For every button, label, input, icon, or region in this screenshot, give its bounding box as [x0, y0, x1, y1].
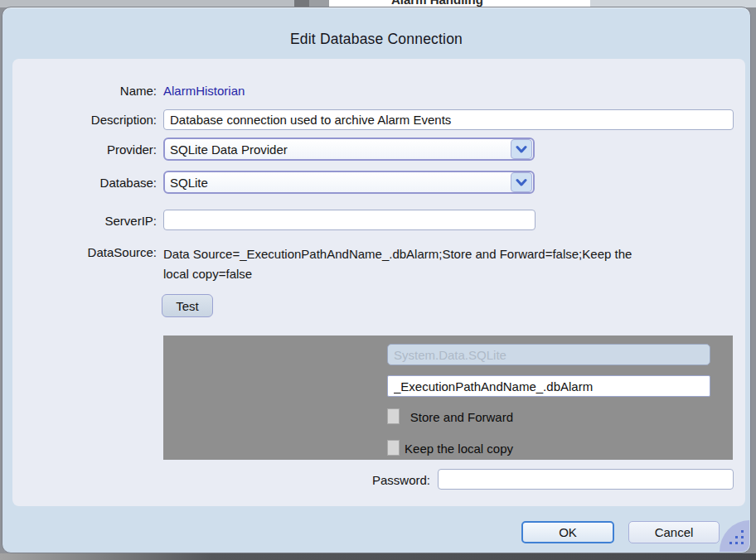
- data-source-label: DataSource:: [88, 245, 157, 259]
- description-input[interactable]: [163, 109, 734, 130]
- resize-grip-icon[interactable]: [720, 520, 749, 552]
- database-label: Database:: [100, 176, 157, 190]
- data-source-value: Data Source=_ExecutionPathAndName_.dbAla…: [163, 244, 648, 284]
- panel-provider-input: [387, 344, 710, 365]
- password-label: Password:: [372, 473, 430, 487]
- background-tab-label: Alarm Handling: [391, 0, 483, 7]
- background-window-bottom-edge: [0, 553, 756, 560]
- connection-settings-panel: Provider Data Source Store and Forward K…: [163, 336, 733, 460]
- cancel-button[interactable]: Cancel: [628, 521, 720, 543]
- dialog-title: Edit Database Connection: [2, 31, 750, 48]
- database-dropdown[interactable]: SQLite: [163, 171, 535, 194]
- database-dropdown-value: SQLite: [165, 176, 510, 190]
- description-label: Description:: [91, 113, 157, 127]
- name-value: AlarmHistorian: [163, 84, 245, 98]
- keep-local-copy-checkbox[interactable]: [387, 440, 400, 456]
- panel-data-source-input[interactable]: [387, 375, 710, 397]
- server-ip-label: ServerIP:: [104, 214, 157, 228]
- screen: Alarm Handling Edit Database Connection …: [0, 0, 756, 560]
- provider-dropdown[interactable]: SQLite Data Provider: [163, 138, 535, 161]
- password-input[interactable]: [438, 469, 734, 490]
- provider-label: Provider:: [107, 142, 157, 157]
- keep-local-copy-label: Keep the local copy: [405, 442, 513, 456]
- test-button[interactable]: Test: [162, 294, 213, 317]
- ok-button[interactable]: OK: [521, 521, 614, 543]
- store-and-forward-checkbox[interactable]: [387, 408, 400, 424]
- server-ip-input[interactable]: [163, 210, 536, 230]
- chevron-down-icon[interactable]: [511, 172, 532, 192]
- edit-database-connection-dialog: Edit Database Connection Name: AlarmHist…: [2, 7, 751, 553]
- store-and-forward-label: Store and Forward: [410, 410, 513, 424]
- name-label: Name:: [120, 84, 157, 98]
- provider-dropdown-value: SQLite Data Provider: [165, 142, 510, 157]
- chevron-down-icon[interactable]: [511, 139, 532, 159]
